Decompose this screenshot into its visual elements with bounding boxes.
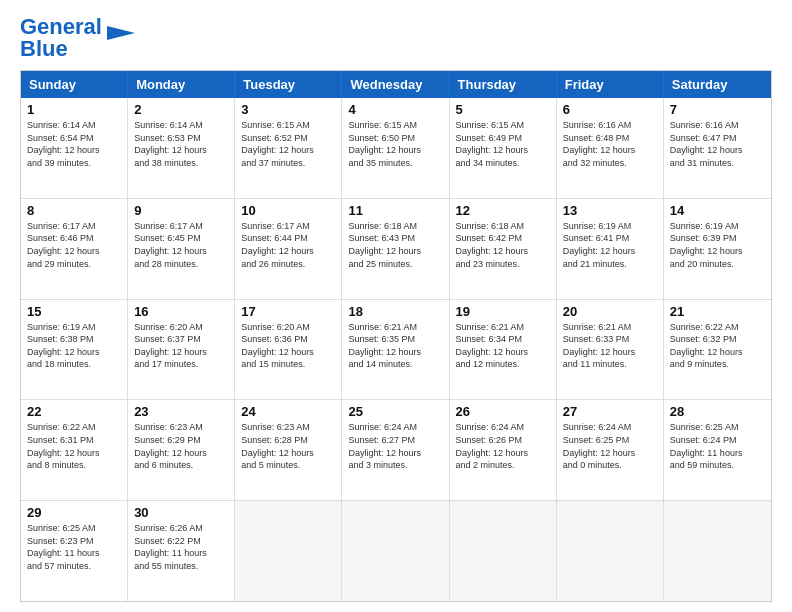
page: GeneralBlue SundayMondayTuesdayWednesday… — [0, 0, 792, 612]
calendar-header: SundayMondayTuesdayWednesdayThursdayFrid… — [21, 71, 771, 98]
day-cell-8: 8Sunrise: 6:17 AMSunset: 6:46 PMDaylight… — [21, 199, 128, 299]
calendar-row-4: 22Sunrise: 6:22 AMSunset: 6:31 PMDayligh… — [21, 399, 771, 500]
day-cell-21: 21Sunrise: 6:22 AMSunset: 6:32 PMDayligh… — [664, 300, 771, 400]
day-number: 23 — [134, 404, 228, 419]
day-info: Sunrise: 6:17 AMSunset: 6:46 PMDaylight:… — [27, 220, 121, 270]
day-cell-20: 20Sunrise: 6:21 AMSunset: 6:33 PMDayligh… — [557, 300, 664, 400]
day-cell-29: 29Sunrise: 6:25 AMSunset: 6:23 PMDayligh… — [21, 501, 128, 601]
day-cell-18: 18Sunrise: 6:21 AMSunset: 6:35 PMDayligh… — [342, 300, 449, 400]
header: GeneralBlue — [20, 16, 772, 60]
day-info: Sunrise: 6:14 AMSunset: 6:53 PMDaylight:… — [134, 119, 228, 169]
day-info: Sunrise: 6:19 AMSunset: 6:38 PMDaylight:… — [27, 321, 121, 371]
day-number: 22 — [27, 404, 121, 419]
day-info: Sunrise: 6:24 AMSunset: 6:25 PMDaylight:… — [563, 421, 657, 471]
day-info: Sunrise: 6:22 AMSunset: 6:31 PMDaylight:… — [27, 421, 121, 471]
day-number: 12 — [456, 203, 550, 218]
calendar-row-1: 1Sunrise: 6:14 AMSunset: 6:54 PMDaylight… — [21, 98, 771, 198]
day-cell-15: 15Sunrise: 6:19 AMSunset: 6:38 PMDayligh… — [21, 300, 128, 400]
day-number: 16 — [134, 304, 228, 319]
day-cell-2: 2Sunrise: 6:14 AMSunset: 6:53 PMDaylight… — [128, 98, 235, 198]
calendar-row-3: 15Sunrise: 6:19 AMSunset: 6:38 PMDayligh… — [21, 299, 771, 400]
day-info: Sunrise: 6:15 AMSunset: 6:50 PMDaylight:… — [348, 119, 442, 169]
logo: GeneralBlue — [20, 16, 136, 60]
day-info: Sunrise: 6:16 AMSunset: 6:47 PMDaylight:… — [670, 119, 765, 169]
day-cell-17: 17Sunrise: 6:20 AMSunset: 6:36 PMDayligh… — [235, 300, 342, 400]
day-number: 25 — [348, 404, 442, 419]
day-info: Sunrise: 6:15 AMSunset: 6:49 PMDaylight:… — [456, 119, 550, 169]
day-number: 6 — [563, 102, 657, 117]
day-info: Sunrise: 6:20 AMSunset: 6:37 PMDaylight:… — [134, 321, 228, 371]
day-cell-24: 24Sunrise: 6:23 AMSunset: 6:28 PMDayligh… — [235, 400, 342, 500]
day-cell-5: 5Sunrise: 6:15 AMSunset: 6:49 PMDaylight… — [450, 98, 557, 198]
day-cell-22: 22Sunrise: 6:22 AMSunset: 6:31 PMDayligh… — [21, 400, 128, 500]
day-info: Sunrise: 6:23 AMSunset: 6:29 PMDaylight:… — [134, 421, 228, 471]
day-info: Sunrise: 6:15 AMSunset: 6:52 PMDaylight:… — [241, 119, 335, 169]
empty-cell — [342, 501, 449, 601]
day-info: Sunrise: 6:26 AMSunset: 6:22 PMDaylight:… — [134, 522, 228, 572]
day-info: Sunrise: 6:19 AMSunset: 6:41 PMDaylight:… — [563, 220, 657, 270]
day-cell-19: 19Sunrise: 6:21 AMSunset: 6:34 PMDayligh… — [450, 300, 557, 400]
day-cell-6: 6Sunrise: 6:16 AMSunset: 6:48 PMDaylight… — [557, 98, 664, 198]
weekday-header-friday: Friday — [557, 71, 664, 98]
weekday-header-sunday: Sunday — [21, 71, 128, 98]
day-number: 24 — [241, 404, 335, 419]
day-info: Sunrise: 6:16 AMSunset: 6:48 PMDaylight:… — [563, 119, 657, 169]
empty-cell — [664, 501, 771, 601]
day-info: Sunrise: 6:25 AMSunset: 6:24 PMDaylight:… — [670, 421, 765, 471]
day-number: 26 — [456, 404, 550, 419]
day-number: 8 — [27, 203, 121, 218]
day-number: 30 — [134, 505, 228, 520]
day-cell-4: 4Sunrise: 6:15 AMSunset: 6:50 PMDaylight… — [342, 98, 449, 198]
weekday-header-saturday: Saturday — [664, 71, 771, 98]
day-info: Sunrise: 6:14 AMSunset: 6:54 PMDaylight:… — [27, 119, 121, 169]
empty-cell — [450, 501, 557, 601]
day-number: 27 — [563, 404, 657, 419]
day-info: Sunrise: 6:25 AMSunset: 6:23 PMDaylight:… — [27, 522, 121, 572]
day-number: 20 — [563, 304, 657, 319]
day-number: 2 — [134, 102, 228, 117]
day-number: 10 — [241, 203, 335, 218]
day-cell-9: 9Sunrise: 6:17 AMSunset: 6:45 PMDaylight… — [128, 199, 235, 299]
day-cell-27: 27Sunrise: 6:24 AMSunset: 6:25 PMDayligh… — [557, 400, 664, 500]
svg-marker-0 — [107, 26, 135, 40]
calendar-body: 1Sunrise: 6:14 AMSunset: 6:54 PMDaylight… — [21, 98, 771, 601]
day-number: 9 — [134, 203, 228, 218]
day-info: Sunrise: 6:24 AMSunset: 6:26 PMDaylight:… — [456, 421, 550, 471]
day-cell-7: 7Sunrise: 6:16 AMSunset: 6:47 PMDaylight… — [664, 98, 771, 198]
day-number: 7 — [670, 102, 765, 117]
day-cell-13: 13Sunrise: 6:19 AMSunset: 6:41 PMDayligh… — [557, 199, 664, 299]
logo-text: GeneralBlue — [20, 16, 102, 60]
day-number: 19 — [456, 304, 550, 319]
day-cell-10: 10Sunrise: 6:17 AMSunset: 6:44 PMDayligh… — [235, 199, 342, 299]
day-info: Sunrise: 6:23 AMSunset: 6:28 PMDaylight:… — [241, 421, 335, 471]
day-info: Sunrise: 6:17 AMSunset: 6:44 PMDaylight:… — [241, 220, 335, 270]
day-number: 3 — [241, 102, 335, 117]
day-number: 28 — [670, 404, 765, 419]
day-cell-28: 28Sunrise: 6:25 AMSunset: 6:24 PMDayligh… — [664, 400, 771, 500]
day-cell-30: 30Sunrise: 6:26 AMSunset: 6:22 PMDayligh… — [128, 501, 235, 601]
weekday-header-wednesday: Wednesday — [342, 71, 449, 98]
day-number: 11 — [348, 203, 442, 218]
calendar-row-5: 29Sunrise: 6:25 AMSunset: 6:23 PMDayligh… — [21, 500, 771, 601]
day-number: 14 — [670, 203, 765, 218]
weekday-header-thursday: Thursday — [450, 71, 557, 98]
calendar: SundayMondayTuesdayWednesdayThursdayFrid… — [20, 70, 772, 602]
day-cell-11: 11Sunrise: 6:18 AMSunset: 6:43 PMDayligh… — [342, 199, 449, 299]
day-info: Sunrise: 6:18 AMSunset: 6:42 PMDaylight:… — [456, 220, 550, 270]
day-number: 1 — [27, 102, 121, 117]
day-cell-1: 1Sunrise: 6:14 AMSunset: 6:54 PMDaylight… — [21, 98, 128, 198]
day-cell-26: 26Sunrise: 6:24 AMSunset: 6:26 PMDayligh… — [450, 400, 557, 500]
day-info: Sunrise: 6:17 AMSunset: 6:45 PMDaylight:… — [134, 220, 228, 270]
day-info: Sunrise: 6:22 AMSunset: 6:32 PMDaylight:… — [670, 321, 765, 371]
day-number: 18 — [348, 304, 442, 319]
day-number: 13 — [563, 203, 657, 218]
day-cell-16: 16Sunrise: 6:20 AMSunset: 6:37 PMDayligh… — [128, 300, 235, 400]
day-cell-12: 12Sunrise: 6:18 AMSunset: 6:42 PMDayligh… — [450, 199, 557, 299]
weekday-header-monday: Monday — [128, 71, 235, 98]
day-info: Sunrise: 6:18 AMSunset: 6:43 PMDaylight:… — [348, 220, 442, 270]
day-info: Sunrise: 6:20 AMSunset: 6:36 PMDaylight:… — [241, 321, 335, 371]
day-number: 17 — [241, 304, 335, 319]
day-info: Sunrise: 6:19 AMSunset: 6:39 PMDaylight:… — [670, 220, 765, 270]
day-info: Sunrise: 6:24 AMSunset: 6:27 PMDaylight:… — [348, 421, 442, 471]
empty-cell — [557, 501, 664, 601]
